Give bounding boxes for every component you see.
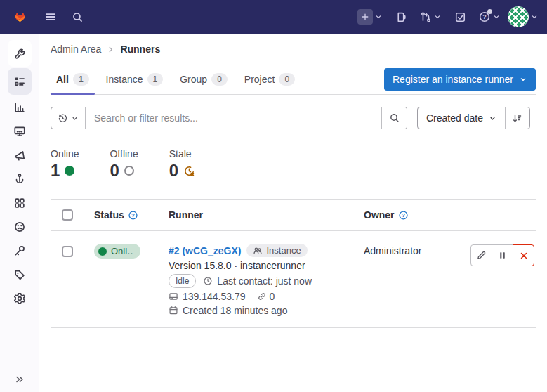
sidebar-item-analytics[interactable] (8, 96, 32, 119)
runner-status-stats: Online 1 Offline 0 Stale 0 (51, 148, 536, 181)
runner-state-badge: Idle (169, 274, 196, 288)
filter-bar: Created date (51, 107, 536, 129)
chart-icon (13, 101, 26, 114)
runner-ip-line: 139.144.53.79 0 (169, 291, 312, 302)
tab-count-badge: 1 (73, 73, 89, 86)
chevron-down-icon (374, 13, 383, 21)
runner-status-badge: Onli… (94, 244, 140, 259)
sort-by-label: Created date (426, 112, 483, 124)
sidebar-item-messages[interactable] (8, 144, 32, 166)
top-navbar: ? (0, 0, 547, 34)
register-instance-runner-button[interactable]: Register an instance runner (384, 68, 536, 91)
online-dot-icon (98, 247, 107, 256)
sidebar-item-monitoring[interactable] (8, 120, 32, 143)
chevron-down-icon (519, 75, 527, 84)
issues-button[interactable] (390, 6, 412, 28)
hook-icon (13, 173, 26, 185)
tab-all[interactable]: All 1 (51, 66, 95, 94)
runner-link-count: 0 (270, 291, 275, 302)
online-dot-icon (65, 166, 74, 176)
sort-by-dropdown[interactable]: Created date (418, 107, 505, 129)
svg-text:?: ? (482, 13, 487, 20)
tab-count-badge: 0 (211, 73, 228, 86)
stat-value: 0 (169, 161, 178, 181)
search-icon (389, 112, 400, 124)
sidebar-item-applications[interactable] (8, 192, 32, 214)
tab-count-badge: 0 (279, 73, 295, 86)
tab-group[interactable]: Group 0 (174, 66, 233, 94)
sidebar-item-deploy-keys[interactable] (8, 240, 32, 262)
sort-descending-icon (512, 113, 522, 124)
user-avatar (508, 6, 529, 27)
select-runner-checkbox[interactable] (62, 246, 73, 257)
search-icon[interactable] (66, 6, 88, 28)
register-button-label: Register an instance runner (393, 74, 513, 85)
svg-text:?: ? (131, 212, 135, 218)
status-help-icon[interactable]: ? (128, 210, 138, 221)
admin-sidebar (0, 34, 39, 392)
stat-stale: Stale 0 (169, 148, 195, 181)
sidebar-item-overview[interactable] (8, 40, 32, 67)
tab-project[interactable]: Project 0 (239, 66, 301, 94)
key-icon (13, 244, 26, 257)
breadcrumb-admin-area[interactable]: Admin Area (51, 44, 101, 55)
delete-runner-button[interactable] (513, 244, 534, 266)
todos-button[interactable] (449, 6, 471, 28)
user-menu-button[interactable] (508, 6, 539, 28)
offline-ring-icon (124, 166, 134, 176)
people-icon (253, 246, 263, 256)
stat-label: Offline (110, 148, 138, 159)
runner-actions (470, 244, 534, 266)
status-badge-label: Onli… (111, 246, 133, 256)
sidebar-item-labels[interactable] (8, 263, 32, 286)
svg-text:?: ? (402, 212, 405, 218)
tab-instance[interactable]: Instance 1 (100, 66, 169, 94)
pause-icon (498, 251, 507, 260)
select-all-checkbox[interactable] (62, 209, 73, 221)
chevron-down-icon (492, 13, 501, 21)
breadcrumb-separator-icon (107, 46, 114, 53)
close-x-icon (519, 251, 529, 261)
sidebar-item-abuse-reports[interactable] (8, 216, 32, 238)
pause-runner-button[interactable] (492, 244, 513, 266)
sidebar-item-system-hooks[interactable] (8, 168, 32, 190)
todo-check-icon (454, 11, 466, 23)
tab-count-badge: 1 (147, 73, 164, 86)
sidebar-item-runners[interactable] (8, 68, 32, 95)
chevron-down-icon (71, 115, 79, 122)
breadcrumb-runners: Runners (120, 44, 160, 55)
gitlab-logo[interactable] (8, 6, 31, 28)
runner-owner[interactable]: Administrator (364, 245, 421, 256)
issues-icon (395, 11, 407, 23)
sidebar-collapse-toggle[interactable] (0, 374, 39, 385)
hamburger-menu-icon[interactable] (39, 6, 62, 28)
runner-header: Runner (169, 209, 203, 221)
search-input[interactable] (86, 107, 381, 129)
notification-dot (487, 9, 492, 14)
runner-version: 15.8.0 (204, 260, 232, 271)
chevron-down-icon (530, 13, 539, 21)
sort-direction-button[interactable] (505, 107, 529, 129)
edit-runner-button[interactable] (470, 244, 492, 266)
runner-type-label: Instance (266, 245, 301, 256)
merge-request-icon (420, 11, 432, 23)
search-submit-button[interactable] (381, 107, 407, 129)
runner-ip-address: 139.144.53.79 (183, 291, 246, 302)
calendar-icon (169, 306, 178, 315)
wrench-icon (13, 47, 26, 60)
chevron-down-icon (489, 115, 496, 122)
history-icon (58, 113, 68, 124)
stat-value: 0 (110, 161, 119, 181)
runners-table: Status ? Runner Owner ? (51, 199, 536, 328)
computer-icon (169, 292, 178, 301)
merge-requests-button[interactable] (419, 6, 442, 28)
owner-help-icon[interactable]: ? (398, 210, 409, 221)
sidebar-item-settings[interactable] (8, 287, 32, 310)
search-filter-group (51, 107, 407, 129)
runner-name-link[interactable]: #2 (wCG_zeGX) (169, 245, 241, 256)
new-menu-button[interactable] (357, 6, 383, 28)
frown-face-icon (13, 221, 26, 233)
owner-header: Owner (364, 209, 395, 221)
help-menu-button[interactable]: ? (478, 6, 501, 28)
search-history-dropdown[interactable] (51, 107, 86, 129)
